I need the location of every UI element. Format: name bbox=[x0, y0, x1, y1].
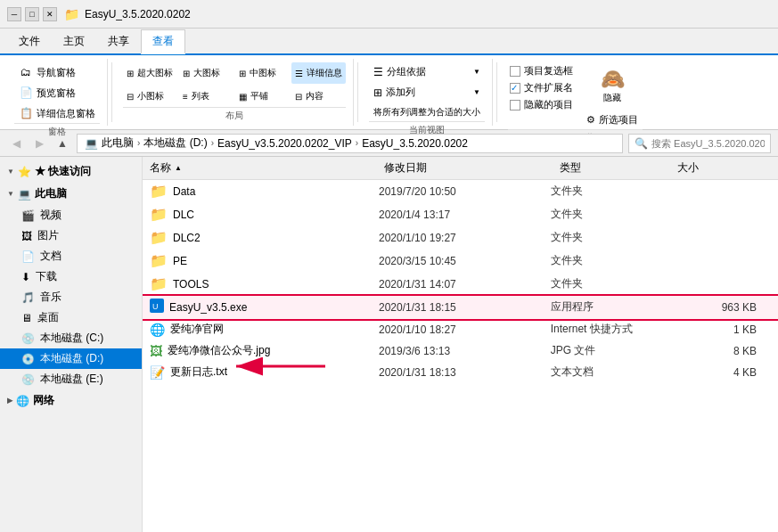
videos-icon: 🎬 bbox=[21, 209, 35, 222]
this-pc-icon: 💻 bbox=[18, 188, 31, 201]
ribbon: 🗂 导航窗格 📄 预览窗格 📋 详细信息窗格 窗格 ⊞ 超大图 bbox=[0, 55, 778, 130]
view-xlarge[interactable]: ⊞ 超大图标 bbox=[123, 62, 177, 84]
file-row-changelog[interactable]: 📝 更新日志.txt 2020/1/31 18:13 文本文档 4 KB bbox=[143, 362, 778, 383]
hidden-items-checkbox[interactable] bbox=[510, 100, 520, 110]
network-icon: 🌐 bbox=[16, 395, 29, 407]
title-text: EasyU_3.5.2020.0202 bbox=[85, 8, 191, 20]
search-input[interactable] bbox=[651, 138, 765, 149]
svg-text:U: U bbox=[152, 302, 159, 311]
view-small-icon: ⊟ bbox=[127, 92, 134, 102]
ribbon-tabs: 文件 主页 共享 查看 bbox=[0, 29, 778, 55]
file-row-pe[interactable]: 📁 PE 2020/3/15 10:45 文件夹 bbox=[143, 250, 778, 273]
file-name-dlc: 📁 DLC bbox=[150, 206, 379, 223]
up-button[interactable]: ▲ bbox=[53, 135, 71, 152]
item-checkbox[interactable] bbox=[510, 66, 520, 77]
minimize-icon[interactable]: ─ bbox=[7, 7, 21, 21]
tab-home[interactable]: 主页 bbox=[52, 29, 96, 54]
view-list-icon: ≡ bbox=[183, 92, 188, 102]
url-icon-website: 🌐 bbox=[150, 323, 165, 337]
view-medium-icon: ⊞ bbox=[239, 69, 246, 78]
drive-d-icon: 💿 bbox=[21, 353, 35, 365]
view-list[interactable]: ≡ 列表 bbox=[179, 86, 233, 107]
file-row-website[interactable]: 🌐 爱纯净官网 2020/1/10 18:27 Internet 快捷方式 1 … bbox=[143, 319, 778, 340]
search-icon: 🔍 bbox=[635, 137, 648, 150]
divider-3 bbox=[496, 62, 497, 122]
options-icon: ⚙ bbox=[586, 114, 595, 126]
path-vip[interactable]: EasyU_v3.5.2020.0202_VIP bbox=[217, 137, 352, 150]
view-detail[interactable]: ☰ 详细信息 bbox=[291, 62, 346, 84]
drive-e-icon: 💿 bbox=[21, 373, 35, 386]
file-ext-row: 文件扩展名 bbox=[510, 81, 573, 94]
folder-icon: 📁 bbox=[64, 7, 79, 21]
forward-button[interactable]: ▶ bbox=[30, 135, 48, 152]
title-bar-icons: ─ □ ✕ bbox=[7, 7, 57, 21]
col-type[interactable]: 类型 bbox=[560, 160, 677, 176]
sidebar-item-documents[interactable]: 📄 文档 bbox=[0, 246, 142, 266]
documents-icon: 📄 bbox=[21, 250, 35, 263]
network-header[interactable]: ▶ 🌐 网络 bbox=[0, 389, 142, 412]
jpg-icon-wechat: 🖼 bbox=[150, 344, 162, 358]
file-name-changelog: 📝 更新日志.txt bbox=[150, 364, 379, 380]
ribbon-group-panes: 🗂 导航窗格 📄 预览窗格 📋 详细信息窗格 窗格 bbox=[7, 59, 108, 126]
folder-icon-tools: 📁 bbox=[150, 275, 168, 292]
address-bar: ◀ ▶ ▲ 💻 此电脑 › 本地磁盘 (D:) › EasyU_v3.5.202… bbox=[0, 130, 778, 157]
address-path[interactable]: 💻 此电脑 › 本地磁盘 (D:) › EasyU_v3.5.2020.0202… bbox=[77, 134, 623, 153]
file-row-dlc2[interactable]: 📁 DLC2 2020/1/10 19:27 文件夹 bbox=[143, 226, 778, 250]
tab-file[interactable]: 文件 bbox=[7, 29, 52, 54]
this-pc-header[interactable]: ▼ 💻 此电脑 bbox=[0, 183, 142, 205]
path-drive[interactable]: 本地磁盘 (D:) bbox=[143, 135, 207, 151]
sidebar-item-music[interactable]: 🎵 音乐 bbox=[0, 287, 142, 307]
ribbon-group-show-hide: 项目复选框 文件扩展名 隐藏的项目 🙈 隐藏 bbox=[501, 59, 650, 126]
exe-icon-easyu: U bbox=[150, 299, 164, 315]
preview-pane-button[interactable]: 📄 预览窗格 bbox=[14, 83, 80, 102]
col-name[interactable]: 名称 ▲ bbox=[150, 160, 384, 176]
file-row-wechat[interactable]: 🖼 爱纯净微信公众号.jpg 2019/3/6 13:13 JPG 文件 8 K… bbox=[143, 340, 778, 362]
view-medium[interactable]: ⊞ 中图标 bbox=[235, 62, 290, 84]
col-size[interactable]: 大小 bbox=[677, 160, 771, 176]
file-ext-checkbox[interactable] bbox=[510, 83, 520, 94]
view-content-icon: ⊟ bbox=[295, 92, 302, 102]
path-pc[interactable]: 此电脑 bbox=[102, 135, 134, 151]
sidebar-item-downloads[interactable]: ⬇ 下载 bbox=[0, 266, 142, 287]
tab-share[interactable]: 共享 bbox=[96, 29, 141, 54]
quick-access-icon: ⭐ bbox=[18, 166, 31, 178]
this-pc-arrow: ▼ bbox=[7, 190, 14, 198]
sidebar-item-drive-d[interactable]: 💿 本地磁盘 (D:) bbox=[0, 348, 142, 369]
nav-pane-button[interactable]: 🗂 导航窗格 bbox=[14, 62, 80, 82]
folder-icon-pe: 📁 bbox=[150, 252, 168, 269]
sort-group-icon: ☰ bbox=[373, 66, 383, 78]
file-row-tools[interactable]: 📁 TOOLS 2020/1/31 14:07 文件夹 bbox=[143, 273, 778, 296]
tab-view[interactable]: 查看 bbox=[141, 29, 185, 54]
file-row-easyu-exe[interactable]: U EasyU_v3.5.exe 2020/1/31 18:15 应用程序 96… bbox=[143, 296, 778, 319]
sidebar-item-desktop[interactable]: 🖥 桌面 bbox=[0, 307, 142, 328]
back-button[interactable]: ◀ bbox=[7, 135, 25, 152]
maximize-icon[interactable]: □ bbox=[25, 7, 39, 21]
quick-access-header[interactable]: ▼ ⭐ ★ 快速访问 bbox=[0, 160, 142, 183]
view-small[interactable]: ⊟ 小图标 bbox=[123, 86, 177, 107]
sidebar-item-drive-c[interactable]: 💿 本地磁盘 (C:) bbox=[0, 328, 142, 348]
sidebar-item-videos[interactable]: 🎬 视频 bbox=[0, 205, 142, 225]
close-icon[interactable]: ✕ bbox=[43, 7, 57, 21]
options-button[interactable]: ⚙ 所选项目 bbox=[582, 110, 643, 129]
search-box[interactable]: 🔍 bbox=[628, 134, 771, 153]
main-content: ▼ ⭐ ★ 快速访问 ▼ 💻 此电脑 🎬 视频 🖼 图片 📄 文档 bbox=[0, 157, 778, 532]
view-tile[interactable]: ▦ 平铺 bbox=[235, 86, 290, 107]
add-col-button[interactable]: ⊞ 添加列 ▼ bbox=[369, 83, 485, 102]
hide-button[interactable]: 🙈 隐藏 bbox=[593, 62, 633, 109]
sort-name-arrow: ▲ bbox=[175, 164, 182, 172]
detail-pane-button[interactable]: 📋 详细信息窗格 bbox=[14, 103, 100, 123]
sort-group-button[interactable]: ☰ 分组依据 ▼ bbox=[369, 62, 485, 81]
file-row-dlc[interactable]: 📁 DLC 2020/1/4 13:17 文件夹 bbox=[143, 203, 778, 226]
col-date[interactable]: 修改日期 bbox=[384, 160, 560, 176]
sidebar-item-pictures[interactable]: 🖼 图片 bbox=[0, 225, 142, 246]
sidebar-item-drive-e[interactable]: 💿 本地磁盘 (E:) bbox=[0, 369, 142, 389]
file-row-data[interactable]: 📁 Data 2019/7/20 10:50 文件夹 bbox=[143, 180, 778, 203]
view-large[interactable]: ⊞ 大图标 bbox=[179, 62, 233, 84]
file-name-data: 📁 Data bbox=[150, 183, 379, 200]
fit-col-button[interactable]: 将所有列调整为合适的大小 bbox=[369, 103, 485, 121]
folder-icon-data: 📁 bbox=[150, 183, 168, 200]
path-current[interactable]: EasyU_3.5.2020.0202 bbox=[362, 137, 468, 150]
divider-1 bbox=[111, 62, 112, 122]
view-content[interactable]: ⊟ 内容 bbox=[291, 86, 346, 107]
divider-2 bbox=[357, 62, 358, 122]
